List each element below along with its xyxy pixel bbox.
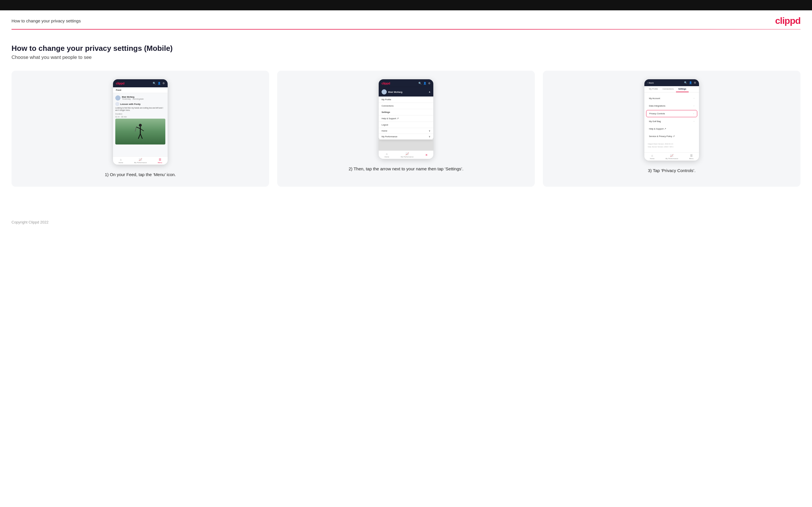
phone-bottom-bar-3: ⌂ Home 📈 My Performance ☰ Menu <box>644 152 699 161</box>
phone-logo-2: clippd <box>382 81 390 85</box>
search-icon-3: 🔍 <box>684 81 687 84</box>
settings-item-help[interactable]: Help & Support ↗ <box>646 125 697 132</box>
menu-item-help[interactable]: Help & Support ↗ <box>379 115 433 122</box>
svg-line-4 <box>138 134 140 139</box>
phone-nav-1: clippd 🔍 👤 ⚙ <box>113 79 168 87</box>
main-content: How to change your privacy settings (Mob… <box>0 38 812 215</box>
tab-connections[interactable]: Connections <box>660 86 676 92</box>
menu-overlay: Blair McHarg ∧ My Profile Connections Se… <box>379 87 433 139</box>
svg-line-2 <box>136 127 140 129</box>
header: How to change your privacy settings clip… <box>0 10 812 29</box>
header-divider <box>11 29 801 30</box>
settings-item-privacy-controls[interactable]: Privacy Controls › <box>646 110 697 117</box>
feed-lesson-title: Lesson with Fordy <box>115 102 165 106</box>
user-icon-3: 👤 <box>689 81 692 84</box>
page-subheading: Choose what you want people to see <box>11 55 801 60</box>
settings-item-privacy-policy[interactable]: Service & Privacy Policy ↗ <box>646 133 697 139</box>
settings-icon-2: ⚙ <box>428 82 430 85</box>
bottom-tab-home-1: ⌂ Home <box>118 158 123 163</box>
top-bar <box>0 0 812 10</box>
search-icon-2: 🔍 <box>418 82 421 85</box>
settings-item-golf-bag[interactable]: My Golf Bag › <box>646 118 697 125</box>
feed-tab: Feed <box>113 87 168 93</box>
header-title: How to change your privacy settings <box>11 18 81 23</box>
menu-user-avatar <box>382 89 387 95</box>
bottom-tab-performance-2: 📈 My Performance <box>401 152 413 158</box>
step-2-label: 2) Then, tap the arrow next to your name… <box>349 166 463 172</box>
performance-icon-3: 📈 <box>670 154 673 157</box>
tab-settings[interactable]: Settings <box>676 86 689 92</box>
phone-content-2: Blair McHarg ∧ My Profile Connections Se… <box>379 87 433 151</box>
feed-duration: Duration <box>115 113 165 115</box>
bottom-tab-close-2[interactable]: ✕ <box>425 153 427 157</box>
settings-item-data-integrations[interactable]: Data Integrations › <box>646 103 697 109</box>
search-icon: 🔍 <box>153 82 156 85</box>
feed-user-info: Blair McHarg Yesterday · Sunningdale <box>122 96 144 100</box>
version-server: GQL Server Version: 2022.7.30-1 <box>648 146 696 149</box>
feed-post: Blair McHarg Yesterday · Sunningdale Les… <box>113 93 168 147</box>
step-3-card: ‹ Back 🔍 👤 ⚙ My Profile Connections Sett… <box>543 71 801 187</box>
settings-version: Clippd Client Version: 2022.8.3-3 GQL Se… <box>644 140 699 151</box>
menu-item-connections[interactable]: Connections <box>379 103 433 109</box>
phone-nav-icons-3: 🔍 👤 ⚙ <box>684 81 696 84</box>
feed-lesson-text: Looking to feel like my hands are exitin… <box>115 107 165 112</box>
bottom-tab-menu-3[interactable]: ☰ Menu <box>689 154 694 159</box>
menu-section-performance[interactable]: My Performance ∨ <box>379 134 433 139</box>
menu-user-left: Blair McHarg <box>382 89 402 95</box>
menu-chevron-up: ∧ <box>429 91 430 93</box>
feed-user-name: Blair McHarg <box>122 96 144 98</box>
menu-user-row: Blair McHarg ∧ <box>379 87 433 97</box>
menu-icon-1: ☰ <box>159 158 161 161</box>
step-3-label: 3) Tap ‘Privacy Controls’. <box>648 167 696 174</box>
bottom-tab-home-3: ⌂ Home <box>650 154 654 159</box>
home-icon-2: ⌂ <box>386 152 388 155</box>
svg-line-6 <box>135 127 136 131</box>
phone-bottom-bar-1: ⌂ Home 📈 My Performance ☰ Menu <box>113 156 168 165</box>
page-heading: How to change your privacy settings (Mob… <box>11 44 801 53</box>
phone-nav-icons-2: 🔍 👤 ⚙ <box>418 82 430 85</box>
footer: Copyright Clippd 2022 <box>0 215 812 229</box>
menu-icon-3: ☰ <box>690 154 693 157</box>
svg-line-5 <box>140 134 142 139</box>
feed-user-sub: Yesterday · Sunningdale <box>122 98 144 100</box>
step-3-phone: ‹ Back 🔍 👤 ⚙ My Profile Connections Sett… <box>644 79 699 161</box>
back-button[interactable]: ‹ Back <box>647 81 654 84</box>
phone-content-1: Blair McHarg Yesterday · Sunningdale Les… <box>113 93 168 156</box>
version-client: Clippd Client Version: 2022.8.3-3 <box>648 143 696 146</box>
chevron-icon-4: › <box>694 120 695 123</box>
feed-image <box>115 119 165 145</box>
performance-icon-2: 📈 <box>405 152 409 155</box>
chevron-icon: › <box>694 97 695 100</box>
settings-tabs: My Profile Connections Settings <box>644 86 699 93</box>
bottom-tab-performance-1: 📈 My Performance <box>134 158 147 163</box>
tab-my-profile[interactable]: My Profile <box>647 86 660 92</box>
performance-icon-1: 📈 <box>139 158 142 161</box>
menu-item-myprofile[interactable]: My Profile <box>379 97 433 103</box>
settings-back-bar: ‹ Back 🔍 👤 ⚙ <box>644 79 699 86</box>
feed-avatar <box>115 95 120 101</box>
bottom-tab-menu-1[interactable]: ☰ Menu <box>158 158 162 163</box>
menu-section-home[interactable]: Home ∨ <box>379 128 433 134</box>
settings-icon: ⚙ <box>162 82 165 85</box>
step-1-card: clippd 🔍 👤 ⚙ Feed Blair Mc <box>11 71 269 187</box>
chevron-icon-2: › <box>694 105 695 107</box>
bottom-tab-performance-3: 📈 My Performance <box>665 154 678 159</box>
step-2-card: clippd 🔍 👤 ⚙ Blair McHarg <box>277 71 535 187</box>
svg-point-0 <box>139 124 142 127</box>
steps-grid: clippd 🔍 👤 ⚙ Feed Blair Mc <box>11 71 801 187</box>
menu-item-settings[interactable]: Settings <box>379 109 433 115</box>
settings-list: My Account › Data Integrations › Privacy… <box>644 93 699 152</box>
feed-duration-value: 01 hr : 30 min <box>115 116 165 118</box>
user-icon-2: 👤 <box>423 82 426 85</box>
svg-line-3 <box>140 129 144 131</box>
copyright-text: Copyright Clippd 2022 <box>11 220 49 224</box>
close-icon-2: ✕ <box>425 153 427 157</box>
settings-item-my-account[interactable]: My Account › <box>646 95 697 102</box>
user-icon: 👤 <box>158 82 161 85</box>
feed-user: Blair McHarg Yesterday · Sunningdale <box>115 95 165 101</box>
step-2-phone: clippd 🔍 👤 ⚙ Blair McHarg <box>379 79 433 159</box>
chevron-icon-3: › <box>693 112 694 115</box>
step-1-phone: clippd 🔍 👤 ⚙ Feed Blair Mc <box>113 79 168 165</box>
menu-item-logout[interactable]: Logout <box>379 122 433 128</box>
home-icon-1: ⌂ <box>120 158 121 161</box>
